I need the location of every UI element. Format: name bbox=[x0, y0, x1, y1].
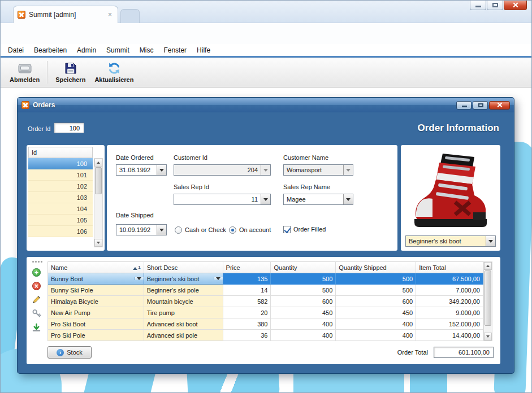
table-row[interactable]: Bunny Ski Pole Beginner's ski pole 14 50… bbox=[48, 285, 483, 296]
customer-name-combo[interactable]: Womansport bbox=[283, 164, 353, 176]
maximize-button[interactable] bbox=[487, 1, 503, 10]
orders-minimize-button[interactable] bbox=[456, 101, 472, 110]
scroll-up-icon[interactable] bbox=[94, 159, 102, 167]
sales-rep-id-combo[interactable]: 11 bbox=[174, 194, 271, 205]
item-shipped-cell[interactable]: 400 bbox=[336, 330, 416, 341]
item-quantity-cell[interactable]: 500 bbox=[271, 285, 336, 296]
table-row[interactable]: Himalaya Bicycle Mountain bicycle 582 60… bbox=[48, 296, 483, 307]
edit-row-button[interactable] bbox=[31, 294, 42, 305]
radio-on-account[interactable]: On account bbox=[229, 226, 271, 234]
date-ordered-combo[interactable]: 31.08.1992 bbox=[116, 164, 167, 176]
add-row-button[interactable]: + bbox=[31, 267, 42, 278]
item-name-cell[interactable]: New Air Pump bbox=[48, 307, 144, 318]
id-column-header[interactable]: Id bbox=[28, 147, 93, 158]
items-scrollbar[interactable] bbox=[483, 261, 492, 341]
menu-item-admin[interactable]: Admin bbox=[72, 45, 101, 56]
chevron-down-icon[interactable] bbox=[135, 277, 144, 280]
column-header-name[interactable]: Name 1 bbox=[48, 262, 144, 273]
item-desc-combo[interactable]: Beginner's ski boot bbox=[144, 273, 223, 285]
item-desc-cell[interactable]: Tire pump bbox=[144, 307, 223, 318]
item-total-cell[interactable]: 7.000,00 bbox=[416, 285, 483, 296]
delete-row-button[interactable]: × bbox=[31, 281, 42, 291]
tab-close-icon[interactable]: × bbox=[106, 11, 114, 19]
item-quantity-cell[interactable]: 600 bbox=[271, 296, 336, 307]
item-shipped-cell[interactable]: 500 bbox=[336, 285, 416, 296]
item-desc-cell[interactable]: Mountain bicycle bbox=[144, 296, 223, 307]
id-list-row[interactable]: 100 bbox=[28, 158, 93, 169]
orders-titlebar[interactable]: Orders bbox=[18, 98, 514, 112]
column-header-item-total[interactable]: Item Total bbox=[416, 262, 483, 273]
browser-tab[interactable]: Summit [admin] × bbox=[13, 6, 118, 23]
id-list-row[interactable]: 103 bbox=[28, 192, 93, 203]
logout-button[interactable]: Abmelden bbox=[5, 60, 44, 85]
item-desc-cell[interactable]: Advanced ski boot bbox=[144, 318, 223, 330]
table-row[interactable]: Pro Ski Pole Advanced ski pole 36 400 40… bbox=[48, 330, 483, 341]
column-header-quantity-shipped[interactable]: Quantity Shipped bbox=[336, 262, 416, 273]
item-price-cell[interactable]: 135 bbox=[223, 273, 271, 285]
table-row[interactable]: New Air Pump Tire pump 20 450 450 9.000,… bbox=[48, 307, 483, 318]
chevron-down-icon[interactable] bbox=[214, 277, 223, 280]
item-desc-cell[interactable]: Advanced ski pole bbox=[144, 330, 223, 341]
scroll-thumb[interactable] bbox=[95, 167, 102, 194]
stock-button[interactable]: i Stock bbox=[47, 346, 92, 359]
customer-id-combo[interactable]: 204 bbox=[174, 164, 271, 176]
item-name-cell[interactable]: Bunny Ski Pole bbox=[48, 285, 144, 296]
id-list-row[interactable]: 102 bbox=[28, 181, 93, 192]
item-name-combo[interactable]: Bunny Boot bbox=[48, 273, 144, 285]
orders-close-button[interactable] bbox=[489, 101, 510, 110]
scroll-down-icon[interactable] bbox=[94, 239, 102, 247]
browser-titlebar[interactable]: Summit [admin] × bbox=[1, 1, 531, 23]
scroll-thumb[interactable] bbox=[485, 270, 491, 326]
date-shipped-combo[interactable]: 10.09.1992 bbox=[116, 224, 167, 235]
scroll-down-icon[interactable] bbox=[484, 333, 492, 340]
item-total-cell[interactable]: 349.200,00 bbox=[416, 296, 483, 307]
scroll-up-icon[interactable] bbox=[484, 262, 492, 270]
item-quantity-cell[interactable]: 400 bbox=[271, 330, 336, 341]
menu-item-misc[interactable]: Misc bbox=[135, 45, 159, 56]
sales-rep-name-combo[interactable]: Magee bbox=[283, 194, 353, 205]
chevron-down-icon[interactable] bbox=[157, 225, 166, 235]
radio-icon[interactable] bbox=[175, 226, 182, 234]
order-filled-checkbox[interactable]: Order Filled bbox=[283, 225, 326, 233]
drag-handle[interactable] bbox=[32, 261, 34, 263]
menu-item-hilfe[interactable]: Hilfe bbox=[192, 45, 215, 56]
column-header-price[interactable]: Price bbox=[223, 262, 271, 273]
new-tab-button[interactable] bbox=[120, 9, 140, 23]
chevron-down-icon[interactable] bbox=[157, 165, 166, 175]
minimize-button[interactable] bbox=[470, 1, 486, 10]
id-list-row[interactable]: 106 bbox=[28, 226, 93, 237]
import-button[interactable] bbox=[31, 322, 42, 333]
order-id-input[interactable] bbox=[54, 123, 84, 133]
item-price-cell[interactable]: 36 bbox=[223, 330, 271, 341]
chevron-down-icon[interactable] bbox=[261, 194, 270, 204]
item-total-cell[interactable]: 152.000,00 bbox=[416, 318, 483, 330]
item-price-cell[interactable]: 582 bbox=[223, 296, 271, 307]
radio-cash-or-check[interactable]: Cash or Check bbox=[175, 226, 226, 234]
product-combo[interactable]: Beginner's ski boot bbox=[405, 235, 496, 247]
id-list-row[interactable]: 105 bbox=[28, 215, 93, 226]
menu-item-bearbeiten[interactable]: Bearbeiten bbox=[29, 45, 72, 56]
item-price-cell[interactable]: 20 bbox=[223, 307, 271, 318]
chevron-down-icon[interactable] bbox=[486, 236, 495, 246]
save-button[interactable]: Speichern bbox=[51, 60, 90, 85]
radio-selected-icon[interactable] bbox=[229, 226, 236, 234]
item-total-cell[interactable]: 14.400,00 bbox=[416, 330, 483, 341]
id-list-row[interactable]: 101 bbox=[28, 169, 93, 181]
item-shipped-cell[interactable]: 600 bbox=[336, 296, 416, 307]
table-row[interactable]: Pro Ski Boot Advanced ski boot 380 400 4… bbox=[48, 318, 483, 330]
item-quantity-cell[interactable]: 400 bbox=[271, 318, 336, 330]
item-shipped-cell[interactable]: 400 bbox=[336, 318, 416, 330]
item-price-cell[interactable]: 380 bbox=[223, 318, 271, 330]
close-button[interactable] bbox=[504, 1, 527, 10]
id-list-row[interactable]: 104 bbox=[28, 203, 93, 215]
item-desc-cell[interactable]: Beginner's ski pole bbox=[144, 285, 223, 296]
item-shipped-cell[interactable]: 500 bbox=[336, 273, 416, 285]
item-quantity-cell[interactable]: 500 bbox=[271, 273, 336, 285]
lock-button[interactable] bbox=[31, 308, 42, 318]
checkbox-checked-icon[interactable] bbox=[283, 226, 291, 233]
item-total-cell[interactable]: 67.500,00 bbox=[416, 273, 483, 285]
item-quantity-cell[interactable]: 450 bbox=[271, 307, 336, 318]
column-header-short-desc[interactable]: Short Desc bbox=[144, 262, 223, 273]
menu-item-fenster[interactable]: Fenster bbox=[158, 45, 192, 56]
table-row-selected[interactable]: Bunny Boot Beginner's ski boot 135 500 5… bbox=[48, 273, 483, 285]
